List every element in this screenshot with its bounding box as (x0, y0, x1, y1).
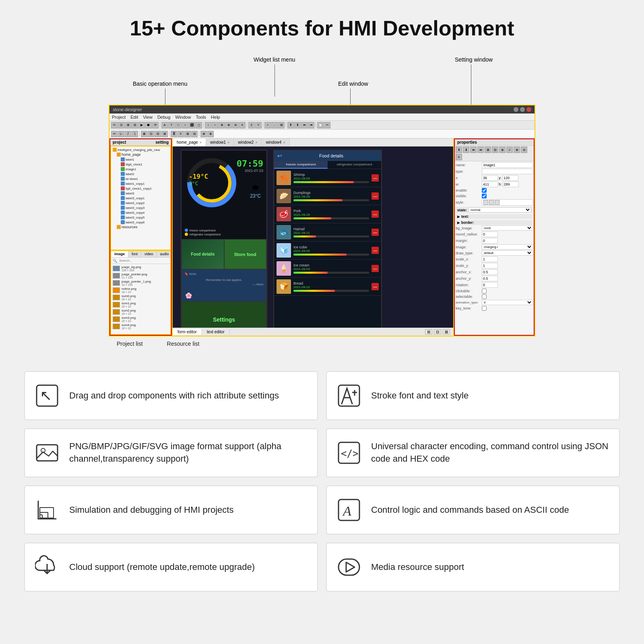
tab-close-icon[interactable]: × (255, 140, 257, 144)
food-item-dumplings[interactable]: 🥟 Dumplings 2021-09-09 — (274, 187, 381, 205)
prop-anchorx-input[interactable] (482, 269, 498, 275)
resource-item[interactable]: juage_bg.png 100 × 200 (112, 265, 169, 272)
resource-item[interactable]: sum4.png 16 × 22 (112, 323, 169, 330)
grid-btn[interactable]: ⊞ (425, 329, 432, 334)
resource-item[interactable]: juage_pointer_1.png 10 × 154 (112, 279, 169, 287)
food-delete-btn[interactable]: — (372, 192, 379, 200)
fit-btn[interactable]: ⊠ (443, 329, 450, 334)
props-toolbar-btn[interactable]: ⊗ (514, 147, 520, 153)
toolbar-icon[interactable]: ⊡ (118, 122, 124, 128)
toolbar-icon[interactable]: ✏ (111, 131, 118, 137)
toolbar-icon[interactable]: ○ (182, 122, 188, 128)
color-swatch[interactable] (489, 200, 494, 205)
toolbar-icon[interactable]: ➡ (308, 122, 314, 128)
menu-view[interactable]: View (143, 115, 153, 120)
prop-state-select[interactable]: normal pressed disabled (469, 207, 531, 213)
toolbar-icon[interactable]: ⏹ (145, 122, 152, 128)
prop-drawtype-select[interactable]: default (482, 250, 533, 256)
resource-item[interactable]: sum2.png 16 × 22 (112, 308, 169, 316)
food-item-ice-cream[interactable]: 🍦 Ice cream 2021-09-03 — (274, 260, 381, 278)
menu-debug[interactable]: Debug (157, 115, 170, 120)
prop-w-input[interactable] (482, 182, 498, 187)
toolbar-icon[interactable]: ⊕ (219, 122, 225, 128)
props-toolbar-btn[interactable]: ⬆ (456, 147, 462, 153)
color-swatch[interactable] (495, 200, 500, 205)
toolbar-icon[interactable]: ≡ (239, 122, 246, 128)
props-toolbar-btn[interactable]: ✓ (506, 147, 513, 153)
resource-search[interactable]: 🔍 (111, 258, 170, 264)
food-item-pork[interactable]: 🥩 Pork 2021-09-29 — (274, 205, 381, 223)
tree-item[interactable]: label1 (112, 157, 169, 162)
prop-anchory-input[interactable] (482, 276, 498, 281)
tree-item[interactable]: label3_copy5 (112, 215, 169, 220)
resource-tab-audio[interactable]: audio (157, 251, 173, 257)
toolbar-icon[interactable]: ≣ (171, 131, 177, 137)
food-delete-btn[interactable]: — (372, 283, 379, 290)
prop-h-input[interactable] (503, 182, 519, 187)
tab-home-page[interactable]: home_page × (173, 138, 206, 146)
prop-x-input[interactable] (482, 175, 498, 181)
prop-rotation-input[interactable] (482, 282, 498, 288)
tree-item[interactable]: label3_copy6 (112, 220, 169, 225)
props-toolbar-btn[interactable]: ⊕ (499, 147, 506, 153)
tab-window2[interactable]: window2 × (234, 138, 262, 146)
maximize-btn[interactable] (520, 107, 525, 112)
food-back-icon[interactable]: ↩ (277, 153, 282, 159)
props-toolbar-btn[interactable]: ⊞ (485, 147, 491, 153)
toolbar-icon[interactable]: ⊞ (184, 131, 191, 137)
menu-tools[interactable]: Tools (196, 115, 206, 120)
prop-scaley-input[interactable] (482, 263, 498, 268)
resource-tab-image[interactable]: image (111, 251, 128, 257)
bottom-tab-text-editor[interactable]: text editor (202, 329, 230, 335)
tab-window1[interactable]: window1 × (206, 138, 234, 146)
toolbar-icon[interactable]: ⬇ (294, 122, 301, 128)
prop-text-section[interactable]: ▶ text: (456, 214, 533, 219)
food-item-shrimp[interactable]: 🦐 Shrimp 2021-09-05 — (274, 169, 381, 187)
prop-animtype-select[interactable]: 4 (482, 300, 533, 305)
tab-window4[interactable]: window4 × (262, 138, 289, 146)
toolbar-icon[interactable]: ⊡ (148, 131, 154, 137)
food-delete-btn[interactable]: — (372, 174, 379, 182)
food-tab-refrigerator[interactable]: refrigerator compartment (328, 161, 381, 169)
toolbar-icon[interactable]: + (264, 122, 271, 128)
menu-window[interactable]: Window (175, 115, 191, 120)
store-food-btn[interactable]: Store food (224, 239, 267, 269)
prop-keytone-checkbox[interactable] (482, 306, 487, 311)
props-toolbar-btn[interactable]: ⬅ (470, 147, 477, 153)
tree-item[interactable]: Intelligent_charging_pile_new (112, 147, 169, 152)
resource-search-input[interactable] (118, 258, 169, 263)
tree-item[interactable]: wi idow1 (112, 176, 169, 181)
toolbar-icon[interactable]: Y (255, 122, 262, 128)
prop-visible-checkbox[interactable] (482, 194, 487, 198)
menu-project[interactable]: Project (112, 115, 126, 120)
toolbar-icon[interactable]: ↔ (212, 122, 218, 128)
tree-item[interactable]: label3_copy1 (112, 196, 169, 200)
toolbar-icon[interactable]: ⊠ (141, 131, 147, 137)
tree-item[interactable]: label3_copy3 (112, 205, 169, 210)
toolbar-icon[interactable]: ◻ (196, 122, 202, 128)
resource-item[interactable]: juage_pointer.png 11 × 150 (112, 272, 169, 279)
tree-item[interactable]: ligit_clock1_copy1 (112, 186, 169, 191)
toolbar-icon[interactable]: ⟳ (152, 122, 159, 128)
prop-border-section[interactable]: ▶ border: (456, 220, 533, 225)
food-delete-btn[interactable]: — (372, 247, 379, 254)
toolbar-icon[interactable]: □ (175, 122, 182, 128)
tree-item[interactable]: label3_copy2 (112, 200, 169, 205)
toolbar-icon[interactable]: ⬆ (287, 122, 294, 128)
toolbar-icon[interactable]: ⊖ (232, 122, 239, 128)
toolbar-icon[interactable]: ⊞ (278, 122, 285, 128)
toolbar-icon[interactable]: ✏ (111, 122, 118, 128)
resource-item[interactable]: sum0.png 16 × 22 (112, 294, 169, 301)
tree-item[interactable]: label3 (112, 191, 169, 196)
prop-scalex-input[interactable] (482, 256, 498, 262)
food-delete-btn[interactable]: — (372, 265, 379, 272)
tree-item[interactable]: resources (112, 225, 169, 229)
food-delete-btn[interactable]: — (372, 211, 379, 218)
prop-y-input[interactable] (502, 175, 518, 181)
toolbar-icon[interactable]: ✂ (324, 122, 330, 128)
resource-tab-font[interactable]: font (128, 251, 141, 257)
food-item-hairtail[interactable]: 🐟 Hairtail 2021-09-21 — (274, 223, 381, 242)
tree-item[interactable]: label2 (112, 171, 169, 176)
toolbar-icon[interactable]: A (161, 122, 168, 128)
prop-clickable-checkbox[interactable] (482, 289, 487, 293)
